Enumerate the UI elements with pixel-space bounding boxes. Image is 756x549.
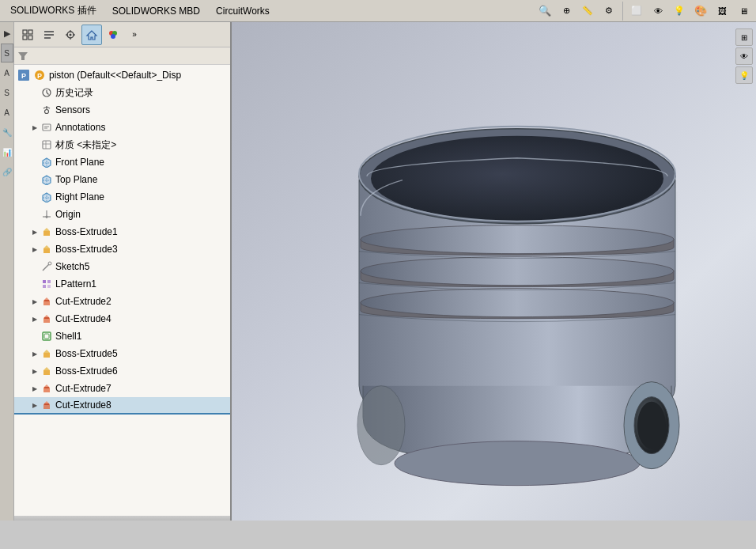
svg-rect-4 xyxy=(44,31,54,32)
monitor-icon[interactable]: 🖥 xyxy=(734,2,753,21)
tree-item-boss-extrude5[interactable]: ▶ Boss-Extrude5 xyxy=(14,345,230,362)
tree-item-front-plane[interactable]: Front Plane xyxy=(14,153,230,171)
cut-extrude7-icon xyxy=(40,382,53,395)
edge-tab-5[interactable]: A xyxy=(1,103,13,122)
edge-tab-3[interactable]: A xyxy=(1,63,13,82)
svg-rect-62 xyxy=(44,334,49,339)
tree-item-top-plane[interactable]: Top Plane xyxy=(14,171,230,188)
color-wheel-icon[interactable]: 🎨 xyxy=(691,2,710,21)
rebuild-icon[interactable]: ⚙ xyxy=(599,2,618,21)
tree-item-sensors[interactable]: Sensors xyxy=(14,101,230,119)
vp-btn-2[interactable]: 👁 xyxy=(735,47,753,65)
cut-extrude8-icon xyxy=(40,399,53,411)
edge-tab-1[interactable]: ▶ xyxy=(1,24,13,43)
tree-item-material[interactable]: 材质 <未指定> xyxy=(14,136,230,153)
expander-top-plane xyxy=(30,175,40,184)
tree-content: P P piston (Default<<Default>_Disp xyxy=(14,65,230,516)
material-label: 材质 <未指定> xyxy=(55,138,116,152)
svg-marker-13 xyxy=(87,31,96,40)
tree-item-lpattern1[interactable]: LPattern1 xyxy=(14,275,230,293)
expander-boss6: ▶ xyxy=(30,366,40,376)
expander-annotations: ▶ xyxy=(30,123,40,132)
boss-extrude6-label: Boss-Extrude6 xyxy=(55,365,118,377)
boss-extrude1-icon xyxy=(40,225,53,238)
edge-tab-4[interactable]: S xyxy=(1,83,13,102)
expander-boss1: ▶ xyxy=(30,227,40,237)
measure-icon[interactable]: 📏 xyxy=(578,2,597,21)
tree-item-annotations[interactable]: ▶ Annotations xyxy=(14,119,230,136)
palette-icon[interactable]: 🖼 xyxy=(713,2,731,21)
tree-item-cut-extrude7[interactable]: ▶ Cut-Extrude7 xyxy=(14,380,230,397)
shell1-icon xyxy=(40,330,53,343)
panel-resize-handle[interactable] xyxy=(14,516,230,521)
svg-rect-5 xyxy=(44,34,54,36)
svg-point-44 xyxy=(46,216,48,218)
tree-item-right-plane[interactable]: Right Plane xyxy=(14,188,230,206)
expander-sketch5 xyxy=(30,262,40,271)
tree-item-boss-extrude6[interactable]: ▶ Boss-Extrude6 xyxy=(14,362,230,380)
view-icon[interactable]: 👁 xyxy=(648,2,667,21)
ft-btn-home[interactable] xyxy=(81,25,102,45)
zoom-search-icon[interactable]: ⊕ xyxy=(557,2,576,21)
tree-item-history[interactable]: 历史记录 xyxy=(14,84,230,101)
front-plane-label: Front Plane xyxy=(55,157,104,168)
shell1-label: Shell1 xyxy=(55,331,81,342)
cut-extrude4-icon xyxy=(40,312,53,325)
tree-root-item[interactable]: P P piston (Default<<Default>_Disp xyxy=(14,66,230,84)
ft-btn-feature[interactable] xyxy=(17,25,38,45)
svg-rect-70 xyxy=(43,404,50,409)
tree-item-cut-extrude8[interactable]: ▶ Cut-Extrude8 xyxy=(14,397,230,415)
tree-item-cut-extrude4[interactable]: ▶ Cut-Extrude4 xyxy=(14,310,230,328)
tree-item-sketch5[interactable]: Sketch5 xyxy=(14,258,230,275)
viewport[interactable]: ⊞ 👁 💡 xyxy=(232,22,756,521)
viewport-right-toolbar: ⊞ 👁 💡 xyxy=(735,28,753,84)
svg-point-50 xyxy=(48,262,51,265)
search-icon[interactable]: 🔍 xyxy=(535,2,554,21)
ft-btn-property[interactable] xyxy=(39,25,59,45)
tree-item-cut-extrude2[interactable]: ▶ Cut-Extrude2 xyxy=(14,293,230,310)
expander-boss5: ▶ xyxy=(30,349,40,358)
tree-item-origin[interactable]: Origin xyxy=(14,206,230,223)
edge-tab-6[interactable]: 🔧 xyxy=(1,123,13,142)
edge-tab-8[interactable]: 🔗 xyxy=(1,162,13,181)
svg-point-79 xyxy=(395,441,640,486)
menu-circuitworks[interactable]: CircuitWorks xyxy=(209,2,277,20)
edge-tab-7[interactable]: 📊 xyxy=(1,142,13,161)
cut-extrude4-label: Cut-Extrude4 xyxy=(55,313,112,324)
menu-solidworks-plugin[interactable]: SOLIDWORKS 插件 xyxy=(3,1,104,21)
svg-marker-66 xyxy=(43,367,50,370)
edge-tab-2[interactable]: S xyxy=(1,44,13,62)
ft-btn-color[interactable] xyxy=(103,25,123,45)
menu-solidworks-mbd[interactable]: SOLIDWORKS MBD xyxy=(105,2,207,20)
material-icon xyxy=(40,138,53,151)
cut-extrude2-label: Cut-Extrude2 xyxy=(55,296,112,307)
origin-label: Origin xyxy=(55,209,81,220)
tree-item-boss-extrude1[interactable]: ▶ Boss-Extrude1 xyxy=(14,223,230,240)
svg-point-16 xyxy=(111,34,115,39)
light-icon[interactable]: 💡 xyxy=(670,2,689,21)
sensor-icon xyxy=(40,104,53,116)
plane-icon-top xyxy=(40,173,53,186)
plane-icon-front xyxy=(40,156,53,168)
box-icon[interactable]: ⬜ xyxy=(627,2,646,21)
root-label: piston (Default<<Default>_Disp xyxy=(49,70,181,81)
svg-rect-67 xyxy=(43,388,50,392)
ft-btn-config[interactable] xyxy=(60,25,81,45)
ft-more[interactable]: » xyxy=(124,25,145,45)
expander-shell1 xyxy=(30,331,40,341)
svg-marker-17 xyxy=(18,52,28,60)
right-plane-label: Right Plane xyxy=(55,191,104,203)
svg-point-25 xyxy=(45,110,49,114)
tree-item-shell1[interactable]: Shell1 xyxy=(14,328,230,345)
expander-front-plane xyxy=(30,157,40,167)
tree-item-boss-extrude3[interactable]: ▶ Boss-Extrude3 xyxy=(14,240,230,258)
expander-boss3: ▶ xyxy=(30,244,40,254)
expander-origin xyxy=(30,210,40,219)
vp-btn-1[interactable]: ⊞ xyxy=(735,28,753,46)
expander-material xyxy=(30,140,40,150)
svg-rect-52 xyxy=(47,280,51,283)
vp-btn-3[interactable]: 💡 xyxy=(735,66,753,84)
svg-rect-27 xyxy=(43,124,51,131)
expander-lpattern1 xyxy=(30,279,40,289)
svg-text:P: P xyxy=(37,72,42,80)
